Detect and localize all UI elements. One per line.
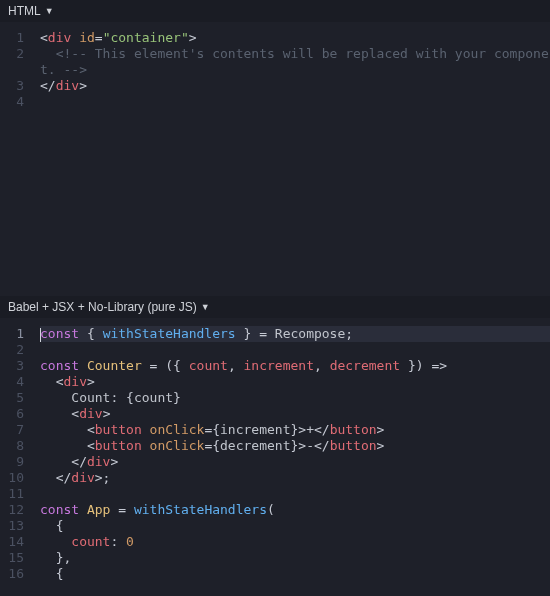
code-token: <!-- This element's contents will be rep… — [56, 46, 550, 61]
line-number: 7 — [0, 422, 40, 438]
code-content[interactable]: <div> — [40, 374, 550, 390]
code-line[interactable]: 14 count: 0 — [0, 534, 550, 550]
code-line[interactable]: 13 { — [0, 518, 550, 534]
code-content[interactable]: <button onClick={increment}>+</button> — [40, 422, 550, 438]
code-token: > — [377, 422, 385, 437]
code-line[interactable]: t. --> — [0, 62, 550, 78]
code-content[interactable]: <button onClick={decrement}>-</button> — [40, 438, 550, 454]
code-token: > — [377, 438, 385, 453]
line-number: 5 — [0, 390, 40, 406]
code-token: Recompose — [267, 326, 345, 341]
code-token: = — [118, 502, 126, 517]
code-line[interactable]: 2 <!-- This element's contents will be r… — [0, 46, 550, 62]
code-line[interactable]: 15 }, — [0, 550, 550, 566]
code-content[interactable]: </div> — [40, 454, 550, 470]
code-token — [181, 358, 189, 373]
code-token: div — [87, 454, 110, 469]
code-token — [40, 470, 56, 485]
code-token — [40, 550, 56, 565]
code-token: ( — [267, 502, 275, 517]
code-line[interactable]: 2 — [0, 342, 550, 358]
js-panel-header[interactable]: Babel + JSX + No-Library (pure JS) ▼ — [0, 296, 550, 318]
code-token: { — [212, 422, 220, 437]
line-number: 4 — [0, 94, 40, 110]
code-content[interactable]: Count: {count} — [40, 390, 550, 406]
code-content[interactable]: const App = withStateHandlers( — [40, 502, 550, 518]
code-content[interactable]: t. --> — [40, 62, 550, 78]
code-token: { — [56, 566, 64, 581]
code-content[interactable]: <div> — [40, 406, 550, 422]
code-line[interactable]: 12const App = withStateHandlers( — [0, 502, 550, 518]
code-token: withStateHandlers — [103, 326, 236, 341]
code-token: }) — [408, 358, 424, 373]
code-line[interactable]: 7 <button onClick={increment}>+</button> — [0, 422, 550, 438]
code-token: increment — [220, 422, 290, 437]
code-content[interactable]: <!-- This element's contents will be rep… — [40, 46, 550, 62]
code-line[interactable]: 5 Count: {count} — [0, 390, 550, 406]
code-line[interactable]: 6 <div> — [0, 406, 550, 422]
html-panel-header[interactable]: HTML ▼ — [0, 0, 550, 22]
code-token: count — [71, 534, 110, 549]
code-line[interactable]: 10 </div>; — [0, 470, 550, 486]
code-token — [118, 390, 126, 405]
code-token: < — [40, 30, 48, 45]
js-panel-title: Babel + JSX + No-Library (pure JS) — [8, 300, 197, 314]
code-token: </ — [56, 470, 72, 485]
code-content[interactable] — [40, 94, 550, 110]
line-number: 11 — [0, 486, 40, 502]
code-token: t. --> — [40, 62, 87, 77]
code-content[interactable] — [40, 342, 550, 358]
code-content[interactable]: }, — [40, 550, 550, 566]
code-token — [118, 534, 126, 549]
line-number: 2 — [0, 46, 40, 62]
code-content[interactable]: { — [40, 566, 550, 582]
code-content[interactable]: <div id="container"> — [40, 30, 550, 46]
code-token: > — [87, 374, 95, 389]
code-line[interactable]: 4 <div> — [0, 374, 550, 390]
code-token: onClick — [150, 422, 205, 437]
code-token: > — [79, 78, 87, 93]
code-line[interactable]: 4 — [0, 94, 550, 110]
code-token — [71, 30, 79, 45]
code-token: button — [330, 422, 377, 437]
line-number: 13 — [0, 518, 40, 534]
code-token: , — [228, 358, 236, 373]
code-content[interactable]: const { withStateHandlers } = Recompose; — [40, 326, 550, 342]
code-token — [142, 438, 150, 453]
code-content[interactable] — [40, 486, 550, 502]
code-token: { — [212, 438, 220, 453]
code-token — [40, 534, 71, 549]
code-line[interactable]: 8 <button onClick={decrement}>-</button> — [0, 438, 550, 454]
code-content[interactable]: </div>; — [40, 470, 550, 486]
chevron-down-icon: ▼ — [45, 6, 54, 16]
code-token — [251, 326, 259, 341]
js-editor[interactable]: 1const { withStateHandlers } = Recompose… — [0, 318, 550, 594]
code-token — [322, 358, 330, 373]
code-content[interactable]: const Counter = ({ count, increment, dec… — [40, 358, 550, 374]
code-token: button — [95, 438, 142, 453]
code-token: onClick — [150, 438, 205, 453]
code-content[interactable]: { — [40, 518, 550, 534]
html-panel: HTML ▼ 1<div id="container">2 <!-- This … — [0, 0, 550, 296]
code-token: const — [40, 326, 79, 341]
code-line[interactable]: 16 { — [0, 566, 550, 582]
code-token: { — [87, 326, 95, 341]
code-token: </ — [314, 438, 330, 453]
code-token — [40, 518, 56, 533]
html-editor[interactable]: 1<div id="container">2 <!-- This element… — [0, 22, 550, 294]
code-token: }> — [291, 422, 307, 437]
code-line[interactable]: 11 — [0, 486, 550, 502]
code-token: </ — [314, 422, 330, 437]
code-line[interactable]: 9 </div> — [0, 454, 550, 470]
code-line[interactable]: 1<div id="container"> — [0, 30, 550, 46]
code-token: count — [134, 390, 173, 405]
line-number: 3 — [0, 78, 40, 94]
code-token: } — [173, 390, 181, 405]
code-line[interactable]: 1const { withStateHandlers } = Recompose… — [0, 326, 550, 342]
code-content[interactable]: </div> — [40, 78, 550, 94]
code-line[interactable]: 3const Counter = ({ count, increment, de… — [0, 358, 550, 374]
code-line[interactable]: 3</div> — [0, 78, 550, 94]
code-token: const — [40, 502, 79, 517]
line-number: 16 — [0, 566, 40, 582]
code-content[interactable]: count: 0 — [40, 534, 550, 550]
